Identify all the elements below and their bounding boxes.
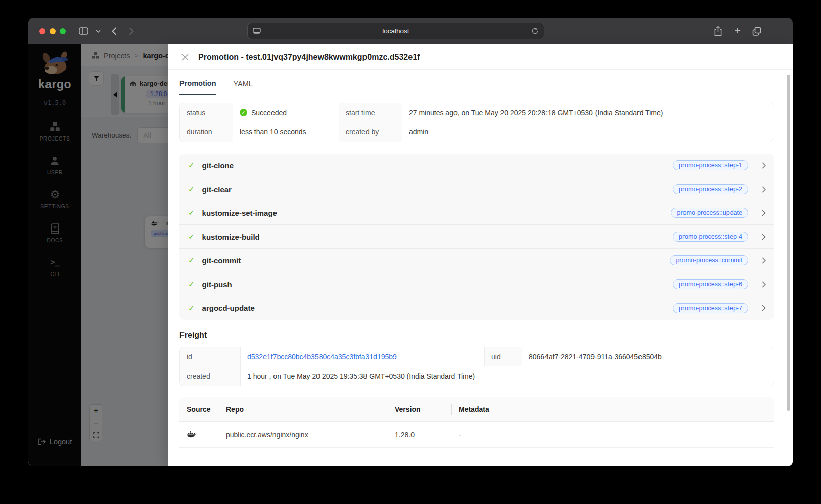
- window-controls: [39, 28, 66, 34]
- step-name: kustomize-set-image: [202, 209, 277, 217]
- step-badge: promo-process::commit: [670, 255, 748, 265]
- close-icon[interactable]: [181, 54, 189, 61]
- zoom-window-button[interactable]: [60, 28, 66, 34]
- forward-button-icon[interactable]: [129, 27, 134, 35]
- promotion-steps-list: ✓ git-clone promo-process::step-1 ✓ git-…: [179, 154, 774, 320]
- chevron-right-icon[interactable]: [762, 305, 766, 311]
- step-badge: promo-process::step-1: [673, 160, 748, 170]
- step-row-git-commit[interactable]: ✓ git-commit promo-process::commit: [179, 249, 774, 272]
- status-value: ✓ Succeeded: [233, 103, 339, 122]
- tab-yaml[interactable]: YAML: [234, 80, 253, 95]
- freight-uid-label: uid: [485, 347, 522, 366]
- sidebar-toggle-icon[interactable]: [79, 27, 88, 35]
- freight-id-value: d532e1f7bcc80bc4b3580c4a35c3fbfa31d195b9: [241, 347, 485, 366]
- url-text: localhost: [248, 27, 544, 35]
- step-row-kustomize-set-image[interactable]: ✓ kustomize-set-image promo-process::upd…: [179, 201, 774, 225]
- chevron-right-icon[interactable]: [762, 281, 766, 288]
- tab-overview-icon[interactable]: [752, 27, 761, 36]
- duration-label: duration: [180, 122, 233, 142]
- reload-icon[interactable]: [531, 27, 539, 35]
- step-row-git-clear[interactable]: ✓ git-clear promo-process::step-2: [179, 177, 774, 201]
- step-badge: promo-process::step-2: [673, 184, 748, 194]
- chevron-down-icon[interactable]: [96, 30, 101, 33]
- step-name: argocd-update: [202, 304, 255, 312]
- check-icon: ✓: [188, 161, 195, 170]
- artifact-version-cell: 1.28.0: [388, 422, 451, 447]
- back-button-icon[interactable]: [112, 27, 117, 35]
- artifact-metadata-cell: -: [451, 422, 774, 447]
- freight-heading: Freight: [179, 331, 774, 340]
- promotion-info-table: status ✓ Succeeded start time 27 minutes…: [179, 103, 774, 142]
- column-header-metadata: Metadata: [451, 397, 774, 421]
- step-badge: promo-process::step-4: [673, 232, 748, 242]
- start-time-value: 27 minutes ago, on Tue May 20 2025 20:28…: [402, 103, 774, 122]
- status-label: status: [180, 103, 233, 122]
- step-name: git-clear: [202, 185, 232, 194]
- chevron-right-icon[interactable]: [762, 162, 766, 169]
- step-badge: promo-process::step-7: [673, 303, 748, 313]
- step-row-git-push[interactable]: ✓ git-push promo-process::step-6: [179, 272, 774, 296]
- freight-created-value: 1 hour , on Tue May 20 2025 19:35:38 GMT…: [241, 366, 774, 386]
- step-name: git-clone: [202, 161, 234, 170]
- artifact-repo-cell: public.ecr.aws/nginx/nginx: [219, 422, 388, 447]
- step-row-argocd-update[interactable]: ✓ argocd-update promo-process::step-7: [179, 296, 774, 320]
- browser-window: localhost +: [28, 18, 793, 466]
- step-row-git-clone[interactable]: ✓ git-clone promo-process::step-1: [179, 154, 774, 177]
- check-icon: ✓: [188, 256, 195, 265]
- column-header-version: Version: [388, 397, 451, 421]
- start-time-label: start time: [339, 103, 402, 122]
- created-by-value: admin: [402, 122, 774, 142]
- created-by-label: created by: [339, 122, 402, 142]
- step-row-kustomize-build[interactable]: ✓ kustomize-build promo-process::step-4: [179, 225, 774, 249]
- artifact-source-cell: [179, 422, 219, 447]
- chevron-right-icon[interactable]: [762, 234, 766, 240]
- drawer-title: Promotion - test.01jvq37py4jhew8kwwmkgp0…: [198, 53, 420, 62]
- tab-promotion[interactable]: Promotion: [179, 79, 216, 95]
- step-badge: promo-process::step-6: [673, 279, 748, 289]
- drawer-tabs: Promotion YAML: [179, 71, 774, 95]
- check-icon: ✓: [188, 280, 195, 289]
- success-check-icon: ✓: [240, 109, 247, 116]
- step-badge: promo-process::update: [671, 208, 748, 218]
- step-name: kustomize-build: [202, 233, 260, 241]
- check-icon: ✓: [188, 304, 195, 313]
- check-icon: ✓: [188, 208, 195, 217]
- check-icon: ✓: [188, 185, 195, 194]
- column-header-repo: Repo: [219, 397, 388, 421]
- chevron-right-icon[interactable]: [762, 210, 766, 216]
- freight-info-table: id d532e1f7bcc80bc4b3580c4a35c3fbfa31d19…: [179, 347, 774, 386]
- freight-id-label: id: [180, 347, 241, 366]
- browser-titlebar: localhost +: [28, 18, 793, 44]
- column-header-source: Source: [179, 397, 219, 421]
- freight-artifacts-table: Source Repo Version Metadata public.ecr.…: [179, 397, 774, 448]
- minimize-window-button[interactable]: [50, 28, 56, 34]
- promotion-drawer: Promotion - test.01jvq37py4jhew8kwwmkgp0…: [168, 44, 793, 466]
- address-bar[interactable]: localhost: [247, 23, 544, 39]
- new-tab-icon[interactable]: +: [734, 25, 741, 36]
- close-window-button[interactable]: [39, 28, 45, 34]
- chevron-right-icon[interactable]: [762, 257, 766, 264]
- artifact-table-row: public.ecr.aws/nginx/nginx 1.28.0 -: [179, 422, 774, 448]
- step-name: git-push: [202, 280, 232, 289]
- docker-icon: [187, 431, 197, 438]
- freight-uid-value: 80664af7-2821-4709-911a-366045e8504b: [522, 347, 774, 366]
- drawer-scrollbar[interactable]: [787, 75, 790, 411]
- page-settings-icon[interactable]: [253, 28, 261, 35]
- check-icon: ✓: [188, 232, 195, 241]
- chevron-right-icon[interactable]: [762, 186, 766, 193]
- freight-created-label: created: [180, 366, 241, 386]
- step-name: git-commit: [202, 256, 241, 265]
- share-icon[interactable]: [714, 26, 722, 36]
- freight-id-link[interactable]: d532e1f7bcc80bc4b3580c4a35c3fbfa31d195b9: [247, 353, 397, 361]
- duration-value: less than 10 seconds: [233, 122, 339, 142]
